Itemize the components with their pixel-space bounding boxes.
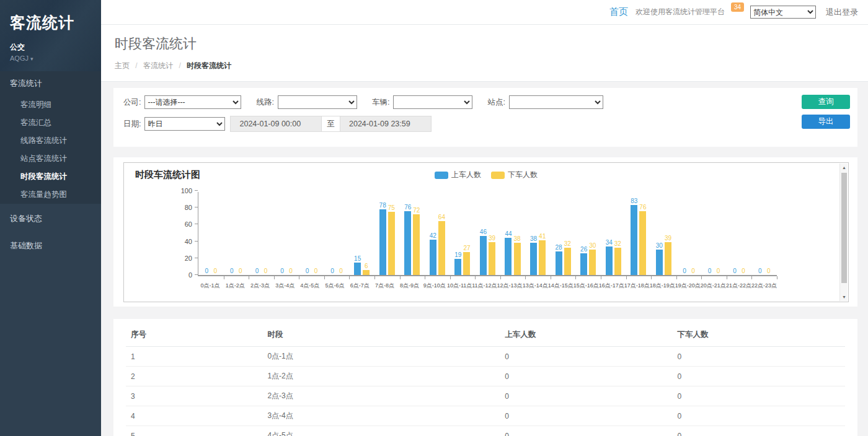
table-cell: 0 bbox=[500, 426, 672, 436]
table-cell: 3点-4点 bbox=[262, 406, 500, 426]
bar-value-label: 39 bbox=[489, 235, 495, 242]
bar-wrap: 64 bbox=[438, 192, 445, 275]
date-to-input[interactable]: 2024-01-09 23:59 bbox=[340, 116, 432, 132]
station-label: 站点: bbox=[487, 97, 505, 108]
table-cell: 2 bbox=[126, 367, 262, 386]
table-row: 21点-2点00 bbox=[126, 367, 845, 386]
bar bbox=[514, 243, 521, 275]
bar-wrap: 0 bbox=[237, 192, 244, 275]
table-header-row: 序号时段上车人数下车人数 bbox=[126, 323, 845, 347]
sidebar-group-header[interactable]: 客流统计 bbox=[0, 71, 101, 96]
bar-wrap: 30 bbox=[656, 192, 663, 275]
bar bbox=[489, 242, 495, 275]
bar-value-label: 0 bbox=[264, 268, 268, 274]
bar-value-label: 64 bbox=[438, 214, 445, 220]
x-axis-tick-label: 3点-4点 bbox=[273, 282, 298, 290]
table-cell: 0 bbox=[500, 406, 672, 426]
org-name: 公交 bbox=[10, 42, 91, 53]
bar-wrap: 0 bbox=[203, 192, 210, 275]
sidebar-item[interactable]: 客流量趋势图 bbox=[0, 186, 101, 204]
station-select[interactable] bbox=[509, 95, 603, 109]
bar bbox=[589, 250, 596, 275]
bar-value-label: 0 bbox=[239, 268, 242, 274]
x-axis-tick-label: 11点-12点 bbox=[472, 282, 497, 290]
sidebar-item[interactable]: 时段客流统计 bbox=[0, 168, 101, 186]
y-axis-tick-mark bbox=[195, 224, 198, 224]
bar-wrap: 83 bbox=[631, 192, 637, 275]
bar-wrap: 0 bbox=[212, 192, 219, 275]
sidebar-item[interactable]: 客流明细 bbox=[0, 96, 101, 114]
bar-value-label: 42 bbox=[430, 232, 436, 239]
y-axis-tick-label: 20 bbox=[185, 255, 192, 262]
scrollbar-thumb[interactable] bbox=[841, 173, 847, 283]
bar-group: 8376 bbox=[626, 192, 652, 275]
bar-wrap: 32 bbox=[614, 192, 621, 275]
date-preset-select[interactable]: 昨日 bbox=[144, 117, 225, 131]
export-button[interactable]: 导出 bbox=[802, 115, 850, 129]
bar-group: 7672 bbox=[400, 192, 425, 275]
x-axis-tick-label: 12点-13点 bbox=[497, 282, 523, 290]
bar-value-label: 34 bbox=[606, 239, 613, 246]
x-axis-tick-label: 14点-15点 bbox=[548, 282, 574, 290]
bar-value-label: 0 bbox=[708, 268, 712, 274]
bar-group: 2832 bbox=[551, 192, 576, 275]
topbar: 首页 欢迎使用客流统计管理平台 34 简体中文 退出登录 bbox=[101, 0, 868, 25]
language-select[interactable]: 简体中文 bbox=[750, 6, 816, 19]
table-cell: 0 bbox=[673, 426, 845, 436]
bar-wrap: 41 bbox=[539, 192, 546, 275]
bar bbox=[606, 246, 613, 275]
bar-wrap: 42 bbox=[430, 192, 436, 275]
table-cell: 0 bbox=[673, 406, 845, 426]
page-heading: 时段客流统计 主页 / 客流统计 / 时段客流统计 bbox=[101, 25, 868, 82]
legend-label: 下车人数 bbox=[508, 170, 538, 180]
sidebar-group-header[interactable]: 基础数据 bbox=[0, 233, 101, 258]
table-column-header: 上车人数 bbox=[500, 323, 672, 347]
x-axis-tick-label: 4点-5点 bbox=[298, 282, 322, 290]
date-from-input[interactable]: 2024-01-09 00:00 bbox=[230, 116, 322, 132]
home-link[interactable]: 首页 bbox=[609, 6, 628, 18]
bar-value-label: 0 bbox=[691, 268, 695, 274]
table-cell: 1点-2点 bbox=[262, 367, 500, 386]
sidebar-nav: 客流统计客流明细客流汇总线路客流统计站点客流统计时段客流统计客流量趋势图设备状态… bbox=[0, 71, 101, 258]
breadcrumb-separator: / bbox=[135, 61, 137, 70]
bar-value-label: 15 bbox=[354, 255, 361, 262]
bar-group: 00 bbox=[299, 192, 324, 275]
x-axis-tick-label: 2点-3点 bbox=[247, 282, 272, 290]
company-select[interactable]: ---请选择--- bbox=[144, 95, 241, 109]
chart-scrollbar[interactable]: ▲ ▼ bbox=[839, 164, 848, 301]
legend-item[interactable]: 上车人数 bbox=[435, 170, 481, 180]
bar-wrap: 76 bbox=[639, 192, 646, 275]
bar-value-label: 28 bbox=[556, 244, 562, 251]
caret-down-icon: ▾ bbox=[30, 56, 33, 62]
chart-title: 时段车流统计图 bbox=[135, 169, 200, 181]
bar bbox=[480, 236, 487, 275]
bar bbox=[404, 211, 411, 275]
bar-wrap: 0 bbox=[706, 192, 713, 275]
page-title: 时段客流统计 bbox=[115, 35, 854, 53]
table-cell: 0 bbox=[673, 386, 845, 406]
x-axis-tick-label: 16点-17点 bbox=[599, 282, 624, 290]
sidebar-item[interactable]: 站点客流统计 bbox=[0, 150, 101, 168]
sidebar-item[interactable]: 客流汇总 bbox=[0, 114, 101, 132]
user-dropdown[interactable]: AQGJ ▾ bbox=[10, 54, 91, 62]
query-button[interactable]: 查询 bbox=[802, 95, 850, 109]
scroll-up-icon[interactable]: ▲ bbox=[840, 164, 848, 172]
logout-link[interactable]: 退出登录 bbox=[826, 7, 858, 18]
scroll-down-icon[interactable]: ▼ bbox=[840, 293, 848, 301]
bar-wrap: 78 bbox=[379, 192, 386, 275]
legend-swatch bbox=[491, 172, 505, 179]
breadcrumb: 主页 / 客流统计 / 时段客流统计 bbox=[115, 61, 854, 71]
y-axis-tick-label: 0 bbox=[188, 271, 192, 279]
bar-wrap: 0 bbox=[278, 192, 285, 275]
sidebar-group-header[interactable]: 设备状态 bbox=[0, 206, 101, 231]
bar-value-label: 0 bbox=[214, 268, 218, 274]
bar-wrap: 75 bbox=[388, 192, 395, 275]
sidebar-brand: 客流统计 公交 AQGJ ▾ bbox=[0, 0, 101, 71]
vehicle-select[interactable] bbox=[393, 95, 472, 109]
line-select[interactable] bbox=[278, 95, 357, 109]
bar-value-label: 0 bbox=[205, 268, 209, 274]
breadcrumb-section[interactable]: 客流统计 bbox=[143, 61, 173, 70]
legend-item[interactable]: 下车人数 bbox=[491, 170, 538, 180]
sidebar-item[interactable]: 线路客流统计 bbox=[0, 132, 101, 150]
breadcrumb-home[interactable]: 主页 bbox=[115, 61, 130, 70]
